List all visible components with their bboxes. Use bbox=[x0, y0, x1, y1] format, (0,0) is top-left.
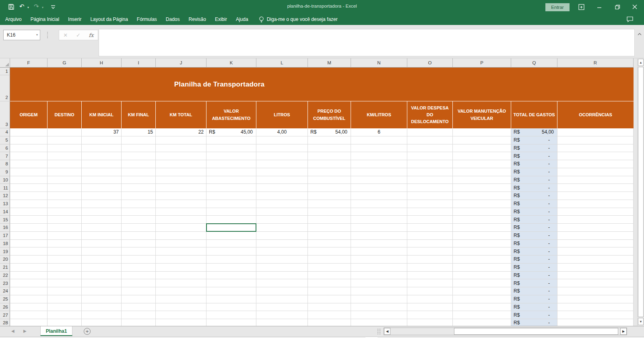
column-title-O[interactable]: VALOR DESPESA DO DESLOCAMENTO bbox=[407, 101, 453, 128]
grid-cell-I9[interactable] bbox=[122, 168, 156, 176]
grid-cell-Q13[interactable]: R$- bbox=[511, 200, 557, 208]
grid-cell-I13[interactable] bbox=[122, 200, 156, 208]
grid-cell-G15[interactable] bbox=[47, 216, 82, 224]
grid-cell-N8[interactable] bbox=[351, 160, 407, 168]
grid-cell-I11[interactable] bbox=[122, 184, 156, 192]
grid-cell-J11[interactable] bbox=[156, 184, 206, 192]
grid-cell-J27[interactable] bbox=[156, 311, 206, 319]
grid-cell-F23[interactable] bbox=[10, 279, 47, 287]
name-box[interactable]: K16 ▾ bbox=[3, 30, 40, 40]
grid-cell-J23[interactable] bbox=[156, 279, 206, 287]
column-header-G[interactable]: G bbox=[47, 58, 82, 68]
grid-cell-Q9[interactable]: R$- bbox=[511, 168, 557, 176]
grid-cell-F15[interactable] bbox=[10, 216, 47, 224]
grid-cell-P28[interactable] bbox=[453, 319, 511, 326]
vertical-scroll-thumb[interactable] bbox=[638, 67, 644, 317]
row-header-3[interactable]: 3 bbox=[0, 101, 10, 128]
grid-cell-K26[interactable] bbox=[206, 303, 256, 311]
grid-cell-L10[interactable] bbox=[256, 176, 308, 184]
grid-cell-M15[interactable] bbox=[308, 216, 351, 224]
next-sheet-icon[interactable]: ▶ bbox=[23, 329, 27, 333]
grid-cell-F9[interactable] bbox=[10, 168, 47, 176]
grid-cell-K23[interactable] bbox=[206, 279, 256, 287]
grid-cell-N28[interactable] bbox=[351, 319, 407, 326]
grid-cell-P26[interactable] bbox=[453, 303, 511, 311]
title-banner-cell[interactable]: Planilha de Transportadora bbox=[10, 68, 634, 101]
grid-cell-H16[interactable] bbox=[82, 224, 122, 232]
grid-cell-H28[interactable] bbox=[82, 319, 122, 326]
row-header-6[interactable]: 6 bbox=[0, 144, 10, 153]
grid-cell-J8[interactable] bbox=[156, 160, 206, 168]
grid-cell-H19[interactable] bbox=[82, 247, 122, 256]
grid-cell-O6[interactable] bbox=[407, 144, 453, 153]
grid-cell-G25[interactable] bbox=[47, 295, 82, 303]
grid-cell-N25[interactable] bbox=[351, 295, 407, 303]
grid-cell-I14[interactable] bbox=[122, 208, 156, 216]
grid-cell-H14[interactable] bbox=[82, 208, 122, 216]
column-title-K[interactable]: VALOR ABASTECIMENTO bbox=[206, 101, 256, 128]
row-header-10[interactable]: 10 bbox=[0, 176, 10, 184]
grid-cell-K18[interactable] bbox=[206, 240, 256, 248]
grid-cell-L21[interactable] bbox=[256, 264, 308, 272]
grid-cell-J26[interactable] bbox=[156, 303, 206, 311]
grid-cell-G20[interactable] bbox=[47, 256, 82, 264]
grid-cell-K4[interactable]: R$45,00 bbox=[206, 128, 256, 136]
column-title-H[interactable]: KM INICIAL bbox=[82, 101, 122, 128]
horizontal-scroll-thumb[interactable] bbox=[454, 328, 618, 335]
grid-cell-K12[interactable] bbox=[206, 192, 256, 200]
grid-cell-P18[interactable] bbox=[453, 240, 511, 248]
grid-cell-J16[interactable] bbox=[156, 224, 206, 232]
grid-cell-F7[interactable] bbox=[10, 152, 47, 160]
grid-cell-R7[interactable] bbox=[557, 152, 634, 160]
vertical-scrollbar[interactable]: ▲ ▼ bbox=[637, 58, 644, 326]
scroll-up-icon[interactable]: ▲ bbox=[638, 59, 644, 66]
ribbon-tab-layout-da-página[interactable]: Layout da Página bbox=[86, 16, 132, 22]
grid-cell-L24[interactable] bbox=[256, 287, 308, 295]
grid-cell-R19[interactable] bbox=[557, 247, 634, 256]
grid-cell-N21[interactable] bbox=[351, 264, 407, 272]
grid-cell-N13[interactable] bbox=[351, 200, 407, 208]
grid-cell-G23[interactable] bbox=[47, 279, 82, 287]
grid-cell-R12[interactable] bbox=[557, 192, 634, 200]
row-header-27[interactable]: 27 bbox=[0, 311, 10, 319]
ribbon-tab-inserir[interactable]: Inserir bbox=[64, 16, 86, 22]
grid-cell-P22[interactable] bbox=[453, 272, 511, 280]
grid-cell-H4[interactable]: 37 bbox=[82, 128, 122, 136]
grid-cell-N10[interactable] bbox=[351, 176, 407, 184]
grid-cell-M28[interactable] bbox=[308, 319, 351, 326]
row-header-24[interactable]: 24 bbox=[0, 287, 10, 295]
grid-cell-L16[interactable] bbox=[256, 224, 308, 232]
row-header-19[interactable]: 19 bbox=[0, 247, 10, 256]
grid-cell-K6[interactable] bbox=[206, 144, 256, 153]
grid-cell-G16[interactable] bbox=[47, 224, 82, 232]
column-header-N[interactable]: N bbox=[351, 58, 407, 68]
column-title-Q[interactable]: TOTAL DE GASTOS bbox=[511, 101, 557, 128]
grid-cell-N6[interactable] bbox=[351, 144, 407, 153]
grid-cell-L15[interactable] bbox=[256, 216, 308, 224]
grid-cell-G19[interactable] bbox=[47, 247, 82, 256]
grid-cell-L9[interactable] bbox=[256, 168, 308, 176]
column-header-M[interactable]: M bbox=[308, 58, 351, 68]
grid-cell-Q20[interactable]: R$- bbox=[511, 256, 557, 264]
grid-cell-G21[interactable] bbox=[47, 264, 82, 272]
ribbon-tab-arquivo[interactable]: Arquivo bbox=[1, 16, 26, 22]
name-box-dropdown-caret[interactable]: ▾ bbox=[36, 30, 38, 40]
grid-cell-P24[interactable] bbox=[453, 287, 511, 295]
grid-cell-H13[interactable] bbox=[82, 200, 122, 208]
grid-cell-M13[interactable] bbox=[308, 200, 351, 208]
grid-cell-N7[interactable] bbox=[351, 152, 407, 160]
grid-cell-O10[interactable] bbox=[407, 176, 453, 184]
grid-cell-Q7[interactable]: R$- bbox=[511, 152, 557, 160]
sheet-tab-planilha1[interactable]: Planilha1 bbox=[40, 326, 72, 336]
grid-cell-M25[interactable] bbox=[308, 295, 351, 303]
grid-cell-J12[interactable] bbox=[156, 192, 206, 200]
grid-cell-F27[interactable] bbox=[10, 311, 47, 319]
column-title-R[interactable]: OCORRÊNCIAS bbox=[557, 101, 634, 128]
grid-cell-H27[interactable] bbox=[82, 311, 122, 319]
row-header-9[interactable]: 9 bbox=[0, 168, 10, 176]
grid-cell-O5[interactable] bbox=[407, 136, 453, 144]
ribbon-tab-página-inicial[interactable]: Página Inicial bbox=[26, 16, 64, 22]
grid-cell-H6[interactable] bbox=[82, 144, 122, 153]
grid-cell-H7[interactable] bbox=[82, 152, 122, 160]
grid-cell-G24[interactable] bbox=[47, 287, 82, 295]
